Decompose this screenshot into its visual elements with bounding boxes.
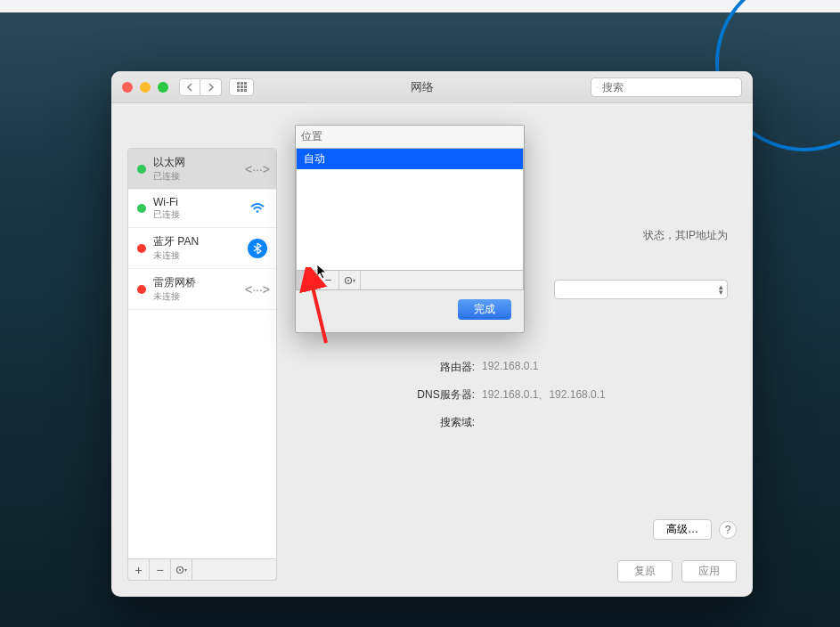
location-done-button[interactable]: 完成 xyxy=(458,299,511,320)
location-toolbar: + − xyxy=(296,271,524,290)
search-icon xyxy=(597,82,599,93)
item-status: 未连接 xyxy=(153,290,248,303)
item-status: 未连接 xyxy=(153,249,248,262)
sidebar-item-ethernet[interactable]: 以太网 已连接 <···> xyxy=(128,149,276,190)
sidebar-footer: + − xyxy=(127,559,277,581)
chevron-left-icon xyxy=(186,83,193,92)
sidebar-item-thunderbolt-bridge[interactable]: 雷雳网桥 未连接 <···> xyxy=(128,269,276,310)
svg-point-2 xyxy=(257,210,259,213)
window-title: 网络 xyxy=(254,79,591,95)
location-label: 位置 xyxy=(296,126,524,148)
forward-button[interactable] xyxy=(200,78,222,96)
search-field[interactable] xyxy=(591,77,742,97)
info-block: 路由器: 192.168.0.1 DNS服务器: 192.168.0.1、192… xyxy=(295,360,737,430)
item-name: Wi-Fi xyxy=(153,196,248,208)
desktop-top-strip xyxy=(0,0,840,12)
location-action-menu[interactable] xyxy=(339,271,361,289)
router-value: 192.168.0.1 xyxy=(482,360,538,375)
network-list: 以太网 已连接 <···> Wi-Fi 已连接 xyxy=(127,148,277,559)
item-status: 已连接 xyxy=(153,170,248,183)
close-button[interactable] xyxy=(122,82,133,93)
dns-label: DNS服务器: xyxy=(330,387,482,403)
show-all-button[interactable] xyxy=(229,78,254,96)
titlebar: 网络 xyxy=(111,71,753,103)
remove-location-button[interactable]: − xyxy=(318,271,339,289)
search-domain-label: 搜索域: xyxy=(330,415,482,430)
gear-icon xyxy=(344,275,356,286)
minimize-button[interactable] xyxy=(140,82,151,93)
bluetooth-icon xyxy=(248,239,267,258)
router-label: 路由器: xyxy=(330,360,482,375)
ethernet-icon: <···> xyxy=(248,159,267,179)
add-interface-button[interactable]: + xyxy=(128,559,150,580)
remove-interface-button[interactable]: − xyxy=(150,559,171,580)
interface-action-menu[interactable] xyxy=(171,559,192,580)
bottom-buttons: 高级… ? xyxy=(653,519,737,540)
sidebar-item-wifi[interactable]: Wi-Fi 已连接 xyxy=(128,190,276,228)
grid-icon xyxy=(237,82,247,92)
status-dot-disconnected-icon xyxy=(137,244,146,253)
sidebar-item-bluetooth-pan[interactable]: 蓝牙 PAN 未连接 xyxy=(128,228,276,269)
wifi-icon xyxy=(248,199,267,218)
search-input[interactable] xyxy=(602,81,736,94)
back-button[interactable] xyxy=(179,78,200,96)
advanced-button[interactable]: 高级… xyxy=(653,519,712,540)
configure-ipv4-select[interactable]: ▴▾ xyxy=(554,280,728,299)
svg-point-4 xyxy=(179,569,181,571)
add-location-button[interactable]: + xyxy=(297,271,318,289)
sidebar: 以太网 已连接 <···> Wi-Fi 已连接 xyxy=(127,148,277,581)
apply-button[interactable]: 应用 xyxy=(681,560,737,582)
item-name: 以太网 xyxy=(153,155,248,170)
revert-button[interactable]: 复原 xyxy=(617,560,673,582)
location-list[interactable]: 自动 xyxy=(296,148,524,271)
item-name: 蓝牙 PAN xyxy=(153,234,248,249)
status-hint: 状态，其IP地址为 xyxy=(643,228,728,243)
traffic-lights xyxy=(122,82,168,93)
status-dot-disconnected-icon xyxy=(137,285,146,294)
svg-point-0 xyxy=(597,86,598,87)
updown-icon: ▴▾ xyxy=(719,284,723,295)
gear-icon xyxy=(175,565,188,575)
svg-line-1 xyxy=(598,87,599,88)
svg-point-6 xyxy=(347,280,349,281)
dns-value: 192.168.0.1、192.168.0.1 xyxy=(482,387,606,403)
item-status: 已连接 xyxy=(153,208,248,221)
help-button[interactable]: ? xyxy=(719,521,737,539)
item-name: 雷雳网桥 xyxy=(153,275,248,290)
footer-buttons: 复原 应用 xyxy=(617,560,737,582)
status-dot-connected-icon xyxy=(137,165,146,174)
nav-buttons xyxy=(179,78,222,96)
status-dot-connected-icon xyxy=(137,204,146,213)
bridge-icon: <···> xyxy=(248,280,267,299)
chevron-right-icon xyxy=(208,83,215,92)
zoom-button[interactable] xyxy=(158,82,168,93)
location-editor-popup: 位置 自动 + − 完成 xyxy=(295,125,525,333)
location-item-auto[interactable]: 自动 xyxy=(297,149,523,169)
